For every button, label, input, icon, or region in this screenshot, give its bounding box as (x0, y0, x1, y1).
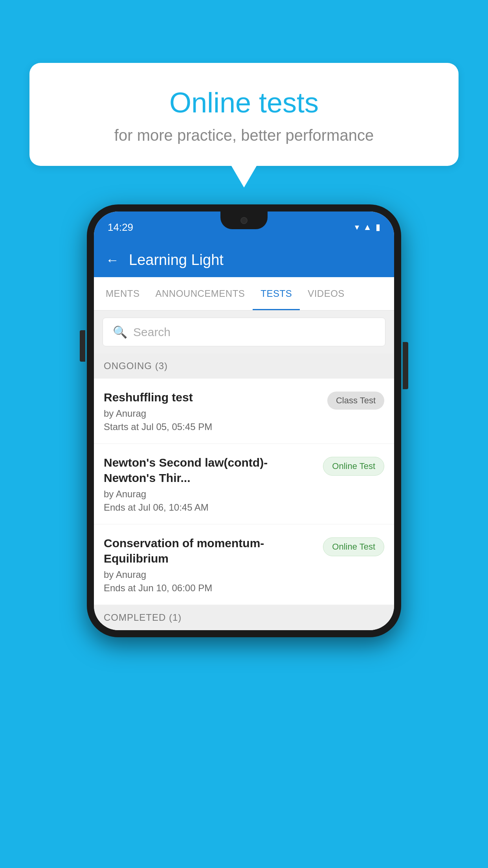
status-icons: ▾ ▲ ▮ (355, 222, 380, 232)
completed-section-header: COMPLETED (1) (94, 605, 394, 630)
tab-tests[interactable]: TESTS (253, 277, 300, 310)
test-item[interactable]: Reshuffling test by Anurag Starts at Jul… (94, 379, 394, 444)
tab-ments[interactable]: MENTS (98, 277, 148, 310)
test-content: Conservation of momentum-Equilibrium by … (104, 535, 317, 594)
promo-bubble: Online tests for more practice, better p… (29, 63, 459, 166)
test-badge-class: Class Test (327, 392, 384, 410)
phone-screen: 14:29 ▾ ▲ ▮ ← Learning Light MENTS (94, 211, 394, 630)
phone-mockup: 14:29 ▾ ▲ ▮ ← Learning Light MENTS (87, 204, 401, 637)
app-title: Learning Light (129, 252, 224, 268)
ongoing-section-header: ONGOING (3) (94, 353, 394, 379)
bubble-title: Online tests (49, 86, 439, 119)
tabs-bar: MENTS ANNOUNCEMENTS TESTS VIDEOS (94, 277, 394, 311)
test-content: Reshuffling test by Anurag Starts at Jul… (104, 390, 321, 432)
test-badge-online-2: Online Test (323, 537, 384, 556)
test-badge-online: Online Test (323, 457, 384, 476)
test-author: by Anurag (104, 408, 321, 419)
camera (240, 217, 248, 224)
signal-icon: ▲ (363, 222, 372, 232)
test-author: by Anurag (104, 489, 317, 500)
tab-videos[interactable]: VIDEOS (300, 277, 352, 310)
status-bar: 14:29 ▾ ▲ ▮ (94, 211, 394, 243)
clock: 14:29 (108, 221, 133, 234)
search-icon: 🔍 (113, 325, 127, 339)
bubble-subtitle: for more practice, better performance (49, 127, 439, 144)
search-bar[interactable]: 🔍 Search (103, 318, 385, 346)
test-name: Newton's Second law(contd)-Newton's Thir… (104, 455, 317, 485)
test-name: Reshuffling test (104, 390, 321, 405)
test-item[interactable]: Conservation of momentum-Equilibrium by … (94, 524, 394, 605)
test-author: by Anurag (104, 569, 317, 580)
test-name: Conservation of momentum-Equilibrium (104, 535, 317, 566)
search-placeholder: Search (133, 326, 171, 339)
back-button[interactable]: ← (106, 252, 119, 268)
test-date: Starts at Jul 05, 05:45 PM (104, 421, 321, 432)
wifi-icon: ▾ (355, 222, 359, 232)
phone-outer: 14:29 ▾ ▲ ▮ ← Learning Light MENTS (87, 204, 401, 637)
test-list: Reshuffling test by Anurag Starts at Jul… (94, 379, 394, 605)
test-content: Newton's Second law(contd)-Newton's Thir… (104, 455, 317, 513)
notch (220, 211, 268, 229)
battery-icon: ▮ (376, 222, 380, 232)
test-date: Ends at Jul 06, 10:45 AM (104, 502, 317, 513)
test-item[interactable]: Newton's Second law(contd)-Newton's Thir… (94, 444, 394, 524)
test-date: Ends at Jun 10, 06:00 PM (104, 583, 317, 594)
search-container: 🔍 Search (94, 311, 394, 353)
tab-announcements[interactable]: ANNOUNCEMENTS (148, 277, 253, 310)
app-header: ← Learning Light (94, 243, 394, 277)
